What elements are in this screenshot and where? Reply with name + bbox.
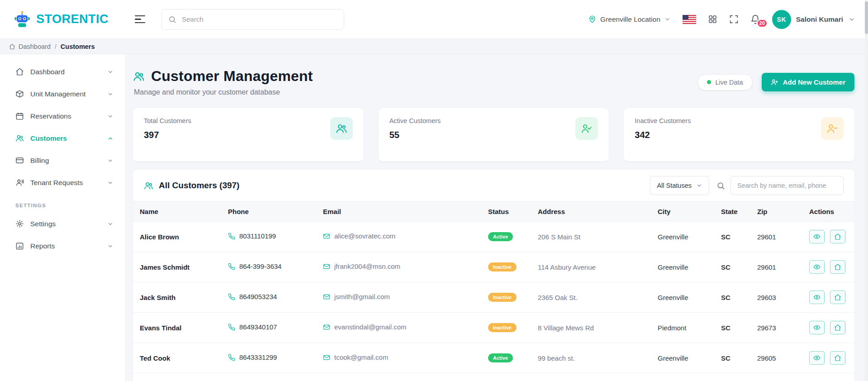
- chevron-down-icon: [664, 16, 671, 23]
- home-icon: [15, 67, 24, 76]
- search-icon: [716, 181, 725, 190]
- customer-city: Greenville: [651, 343, 714, 373]
- customer-phone: 8649340107: [239, 323, 277, 331]
- user-menu[interactable]: SK Saloni Kumari: [772, 10, 855, 29]
- breadcrumb: Dashboard / Customers: [0, 39, 868, 54]
- scrollbar-thumb[interactable]: [865, 1, 868, 34]
- vertical-scrollbar[interactable]: [865, 0, 868, 381]
- users-icon: [133, 71, 145, 82]
- customer-units-button[interactable]: [830, 351, 845, 365]
- page-header-actions: Live Data Add New Customer: [697, 73, 854, 91]
- home-icon: [9, 43, 15, 50]
- sidebar-toggle-button[interactable]: [135, 15, 145, 24]
- customer-units-button[interactable]: [830, 230, 845, 243]
- brand-logo[interactable]: STORENTIC: [13, 10, 127, 29]
- customer-email: tcook@gmail.com: [334, 353, 388, 361]
- stat-value: 397: [144, 130, 191, 140]
- customer-row: Ted Cook 8643331299 tcook@gmail.com Acti…: [133, 343, 854, 373]
- status-badge: Inactive: [488, 293, 517, 302]
- customer-zip: 29673: [750, 373, 802, 381]
- location-label: Greenville Location: [600, 15, 660, 24]
- sidebar-item-billing[interactable]: Billing: [0, 149, 125, 171]
- customers-table-body: Alice Brown 8031110199 alice@sovratec.co…: [133, 222, 854, 381]
- page-title: Customer Management: [151, 68, 313, 85]
- eye-icon: [813, 263, 821, 271]
- sidebar-item-dashboard[interactable]: Dashboard: [0, 61, 125, 83]
- add-new-customer-button[interactable]: Add New Customer: [762, 73, 854, 91]
- mail-icon: [323, 293, 330, 300]
- status-filter-select[interactable]: All Statuses: [650, 176, 709, 195]
- house-icon: [834, 354, 841, 362]
- customer-units-button[interactable]: [830, 260, 845, 274]
- sidebar-item-reservations[interactable]: Reservations: [0, 105, 125, 127]
- customer-address: 99 beach st.: [531, 343, 651, 373]
- column-header-name: Name: [133, 202, 221, 222]
- column-header-actions: Actions: [802, 202, 854, 222]
- customer-state: SC: [714, 252, 750, 282]
- breadcrumb-dashboard[interactable]: Dashboard: [9, 43, 51, 50]
- fullscreen-button[interactable]: [729, 14, 739, 24]
- notifications-button[interactable]: 20: [750, 14, 760, 24]
- customer-row: STEVEN ORR 8643031780 steve.orr@carolina…: [133, 373, 854, 381]
- view-customer-button[interactable]: [809, 321, 825, 334]
- customer-address: 114 Manigault Dr: [531, 373, 651, 381]
- customer-email: jsmith@gmail.com: [334, 293, 390, 300]
- location-selector[interactable]: Greenville Location: [588, 15, 671, 24]
- house-icon: [834, 324, 841, 331]
- eye-icon: [813, 294, 821, 301]
- column-header-phone: Phone: [221, 202, 316, 222]
- customer-name: Alice Brown: [133, 222, 221, 252]
- live-dot-icon: [707, 80, 711, 84]
- customer-name: Ted Cook: [133, 343, 221, 373]
- stat-card-total-customers: Total Customers 397: [133, 108, 364, 162]
- sidebar-item-tenant-requests[interactable]: Tenant Requests: [0, 171, 125, 194]
- customer-email: jfrank2004@msn.com: [334, 262, 400, 270]
- column-header-city: City: [651, 202, 714, 222]
- mail-icon: [323, 324, 330, 331]
- chevron-down-icon: [107, 157, 114, 164]
- customers-table-card: All Customers (397) All Statuses: [133, 170, 854, 381]
- customer-zip: 29603: [750, 282, 802, 313]
- chevron-down-icon: [107, 91, 114, 97]
- apps-grid-button[interactable]: [708, 14, 717, 24]
- sidebar-item-reports[interactable]: Reports: [0, 235, 125, 257]
- table-toolbar: All Statuses: [650, 176, 844, 195]
- avatar: SK: [772, 10, 791, 29]
- customer-row: James Schmidt 864-399-3634 jfrank2004@ms…: [133, 252, 854, 282]
- sidebar-item-label: Unit Management: [30, 90, 85, 98]
- sidebar-item-unit-management[interactable]: Unit Management: [0, 83, 125, 105]
- status-badge: Active: [488, 232, 513, 241]
- user-plus-icon: [771, 78, 778, 86]
- customer-units-button[interactable]: [830, 291, 845, 304]
- view-customer-button[interactable]: [809, 260, 825, 274]
- view-customer-button[interactable]: [809, 230, 825, 243]
- phone-icon: [228, 324, 235, 331]
- phone-icon: [228, 354, 235, 361]
- eye-icon: [813, 324, 821, 331]
- table-title-row: All Customers (397): [144, 181, 239, 190]
- customer-name: Jack Smith: [133, 282, 221, 313]
- customers-table: Name Phone Email Status Address City Sta…: [133, 201, 854, 381]
- page-subtitle: Manage and monitor your customer databas…: [134, 88, 313, 96]
- breadcrumb-current: Customers: [61, 43, 95, 50]
- customer-city: Piedmont: [651, 313, 714, 343]
- chevron-down-icon: [107, 243, 114, 249]
- view-customer-button[interactable]: [809, 351, 825, 365]
- users-icon: [330, 117, 353, 140]
- sidebar-item-customers[interactable]: Customers: [0, 127, 125, 149]
- customer-address: 2365 Oak St.: [531, 282, 651, 313]
- table-search-input[interactable]: [730, 176, 844, 195]
- view-customer-button[interactable]: [809, 291, 825, 304]
- stat-label: Active Customers: [389, 117, 441, 124]
- customer-address: 114 Asbury Avenue: [531, 252, 651, 282]
- global-search-input[interactable]: [161, 9, 344, 30]
- status-badge: Inactive: [488, 262, 517, 271]
- box-icon: [15, 90, 24, 98]
- calendar-icon: [15, 112, 24, 120]
- sidebar-item-settings[interactable]: Settings: [0, 213, 125, 235]
- language-flag-button[interactable]: [683, 15, 696, 24]
- page-header: Customer Management Manage and monitor y…: [133, 68, 854, 96]
- customer-phone: 8649053234: [239, 293, 277, 300]
- table-title: All Customers (397): [159, 181, 239, 190]
- customer-units-button[interactable]: [830, 321, 845, 334]
